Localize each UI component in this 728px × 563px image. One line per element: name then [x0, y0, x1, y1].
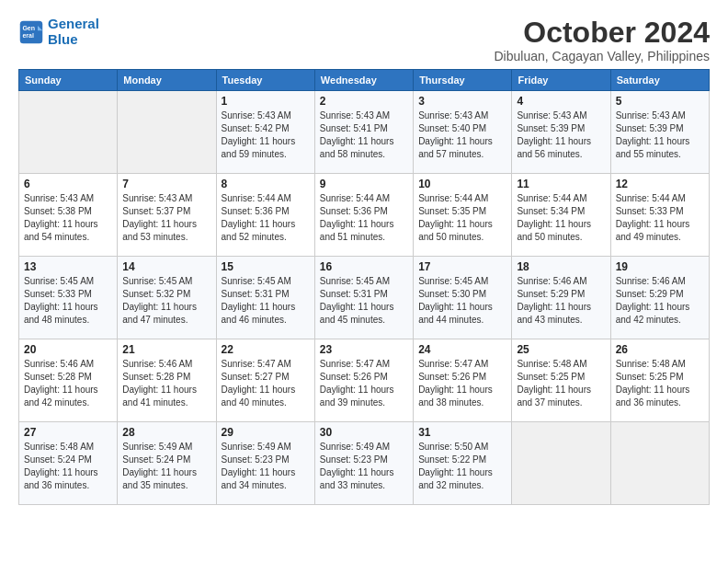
day-number: 16	[320, 260, 408, 273]
day-info: Sunrise: 5:45 AM Sunset: 5:31 PM Dayligh…	[222, 275, 310, 327]
day-number: 4	[517, 95, 605, 108]
day-number: 1	[222, 95, 310, 108]
day-number: 30	[320, 426, 408, 439]
day-info: Sunrise: 5:43 AM Sunset: 5:41 PM Dayligh…	[320, 109, 408, 161]
day-info: Sunrise: 5:46 AM Sunset: 5:29 PM Dayligh…	[517, 275, 605, 327]
subtitle: Dibuluan, Cagayan Valley, Philippines	[494, 49, 710, 63]
calendar-cell: 31Sunrise: 5:50 AM Sunset: 5:22 PM Dayli…	[414, 422, 512, 505]
calendar-cell: 7Sunrise: 5:43 AM Sunset: 5:37 PM Daylig…	[118, 174, 216, 257]
calendar-cell: 1Sunrise: 5:43 AM Sunset: 5:42 PM Daylig…	[216, 91, 314, 174]
week-row-3: 13Sunrise: 5:45 AM Sunset: 5:33 PM Dayli…	[19, 257, 710, 339]
calendar-cell: 17Sunrise: 5:45 AM Sunset: 5:30 PM Dayli…	[414, 257, 512, 339]
day-info: Sunrise: 5:47 AM Sunset: 5:27 PM Dayligh…	[222, 358, 310, 409]
day-info: Sunrise: 5:49 AM Sunset: 5:24 PM Dayligh…	[122, 441, 210, 492]
day-info: Sunrise: 5:44 AM Sunset: 5:36 PM Dayligh…	[222, 192, 310, 244]
calendar-cell: 5Sunrise: 5:43 AM Sunset: 5:39 PM Daylig…	[610, 91, 709, 174]
col-sunday: Sunday	[19, 70, 118, 91]
day-number: 6	[24, 178, 112, 190]
calendar-cell: 13Sunrise: 5:45 AM Sunset: 5:33 PM Dayli…	[19, 257, 118, 339]
day-number: 18	[517, 260, 605, 273]
day-info: Sunrise: 5:44 AM Sunset: 5:35 PM Dayligh…	[418, 192, 506, 244]
day-info: Sunrise: 5:48 AM Sunset: 5:25 PM Dayligh…	[517, 358, 605, 409]
day-info: Sunrise: 5:43 AM Sunset: 5:39 PM Dayligh…	[616, 109, 704, 161]
day-info: Sunrise: 5:43 AM Sunset: 5:37 PM Dayligh…	[122, 192, 210, 244]
day-info: Sunrise: 5:44 AM Sunset: 5:33 PM Dayligh…	[616, 192, 704, 244]
calendar-cell: 11Sunrise: 5:44 AM Sunset: 5:34 PM Dayli…	[512, 174, 610, 257]
calendar-cell: 3Sunrise: 5:43 AM Sunset: 5:40 PM Daylig…	[414, 91, 512, 174]
day-number: 29	[222, 426, 310, 439]
col-friday: Friday	[512, 70, 610, 91]
day-info: Sunrise: 5:50 AM Sunset: 5:22 PM Dayligh…	[418, 441, 506, 492]
col-thursday: Thursday	[414, 70, 512, 91]
day-number: 20	[24, 343, 112, 356]
col-monday: Monday	[118, 70, 216, 91]
calendar-cell: 25Sunrise: 5:48 AM Sunset: 5:25 PM Dayli…	[512, 339, 610, 422]
day-info: Sunrise: 5:45 AM Sunset: 5:32 PM Dayligh…	[122, 275, 210, 327]
svg-text:eral: eral	[22, 32, 34, 39]
day-number: 7	[122, 178, 210, 190]
day-info: Sunrise: 5:43 AM Sunset: 5:38 PM Dayligh…	[24, 192, 112, 244]
day-number: 13	[24, 260, 112, 273]
week-row-1: 1Sunrise: 5:43 AM Sunset: 5:42 PM Daylig…	[19, 91, 710, 174]
calendar-cell: 18Sunrise: 5:46 AM Sunset: 5:29 PM Dayli…	[512, 257, 610, 339]
calendar-cell: 8Sunrise: 5:44 AM Sunset: 5:36 PM Daylig…	[216, 174, 314, 257]
calendar-cell: 2Sunrise: 5:43 AM Sunset: 5:41 PM Daylig…	[314, 91, 413, 174]
calendar-cell: 21Sunrise: 5:46 AM Sunset: 5:28 PM Dayli…	[118, 339, 216, 422]
day-info: Sunrise: 5:46 AM Sunset: 5:28 PM Dayligh…	[122, 358, 210, 409]
calendar-cell	[118, 91, 216, 174]
title-block: October 2024 Dibuluan, Cagayan Valley, P…	[494, 17, 710, 63]
day-info: Sunrise: 5:47 AM Sunset: 5:26 PM Dayligh…	[418, 358, 506, 409]
calendar-cell: 9Sunrise: 5:44 AM Sunset: 5:36 PM Daylig…	[314, 174, 413, 257]
logo-icon: Gen eral	[18, 19, 44, 45]
day-info: Sunrise: 5:45 AM Sunset: 5:30 PM Dayligh…	[418, 275, 506, 327]
day-info: Sunrise: 5:43 AM Sunset: 5:40 PM Dayligh…	[418, 109, 506, 161]
day-number: 14	[122, 260, 210, 273]
day-number: 27	[24, 426, 112, 439]
day-number: 8	[222, 178, 310, 190]
calendar-table: Sunday Monday Tuesday Wednesday Thursday…	[18, 69, 710, 505]
calendar-cell: 15Sunrise: 5:45 AM Sunset: 5:31 PM Dayli…	[216, 257, 314, 339]
calendar-cell: 10Sunrise: 5:44 AM Sunset: 5:35 PM Dayli…	[414, 174, 512, 257]
day-info: Sunrise: 5:43 AM Sunset: 5:39 PM Dayligh…	[517, 109, 605, 161]
calendar-cell	[512, 422, 610, 505]
day-number: 9	[320, 178, 408, 190]
day-info: Sunrise: 5:47 AM Sunset: 5:26 PM Dayligh…	[320, 358, 408, 409]
day-number: 10	[418, 178, 506, 190]
calendar-cell: 28Sunrise: 5:49 AM Sunset: 5:24 PM Dayli…	[118, 422, 216, 505]
day-info: Sunrise: 5:43 AM Sunset: 5:42 PM Dayligh…	[222, 109, 310, 161]
logo-line2: Blue	[48, 31, 78, 47]
day-number: 28	[122, 426, 210, 439]
col-saturday: Saturday	[610, 70, 709, 91]
day-number: 17	[418, 260, 506, 273]
day-number: 21	[122, 343, 210, 356]
logo-line1: General	[48, 16, 99, 31]
day-info: Sunrise: 5:48 AM Sunset: 5:24 PM Dayligh…	[24, 441, 112, 492]
calendar-cell: 12Sunrise: 5:44 AM Sunset: 5:33 PM Dayli…	[610, 174, 709, 257]
header-row: Sunday Monday Tuesday Wednesday Thursday…	[19, 70, 710, 91]
week-row-2: 6Sunrise: 5:43 AM Sunset: 5:38 PM Daylig…	[19, 174, 710, 257]
calendar-cell: 20Sunrise: 5:46 AM Sunset: 5:28 PM Dayli…	[19, 339, 118, 422]
day-info: Sunrise: 5:44 AM Sunset: 5:34 PM Dayligh…	[517, 192, 605, 244]
week-row-5: 27Sunrise: 5:48 AM Sunset: 5:24 PM Dayli…	[19, 422, 710, 505]
day-info: Sunrise: 5:46 AM Sunset: 5:28 PM Dayligh…	[24, 358, 112, 409]
main-title: October 2024	[494, 17, 710, 49]
day-number: 26	[616, 343, 704, 356]
calendar-cell: 6Sunrise: 5:43 AM Sunset: 5:38 PM Daylig…	[19, 174, 118, 257]
calendar-cell: 26Sunrise: 5:48 AM Sunset: 5:25 PM Dayli…	[610, 339, 709, 422]
day-number: 24	[418, 343, 506, 356]
day-number: 5	[616, 95, 704, 108]
calendar-cell: 19Sunrise: 5:46 AM Sunset: 5:29 PM Dayli…	[610, 257, 709, 339]
col-tuesday: Tuesday	[216, 70, 314, 91]
calendar-cell: 23Sunrise: 5:47 AM Sunset: 5:26 PM Dayli…	[314, 339, 413, 422]
day-info: Sunrise: 5:44 AM Sunset: 5:36 PM Dayligh…	[320, 192, 408, 244]
calendar-cell: 4Sunrise: 5:43 AM Sunset: 5:39 PM Daylig…	[512, 91, 610, 174]
day-number: 3	[418, 95, 506, 108]
week-row-4: 20Sunrise: 5:46 AM Sunset: 5:28 PM Dayli…	[19, 339, 710, 422]
day-number: 12	[616, 178, 704, 190]
day-info: Sunrise: 5:46 AM Sunset: 5:29 PM Dayligh…	[616, 275, 704, 327]
day-info: Sunrise: 5:45 AM Sunset: 5:31 PM Dayligh…	[320, 275, 408, 327]
calendar-cell: 24Sunrise: 5:47 AM Sunset: 5:26 PM Dayli…	[414, 339, 512, 422]
day-info: Sunrise: 5:49 AM Sunset: 5:23 PM Dayligh…	[222, 441, 310, 492]
calendar-cell: 14Sunrise: 5:45 AM Sunset: 5:32 PM Dayli…	[118, 257, 216, 339]
day-number: 2	[320, 95, 408, 108]
